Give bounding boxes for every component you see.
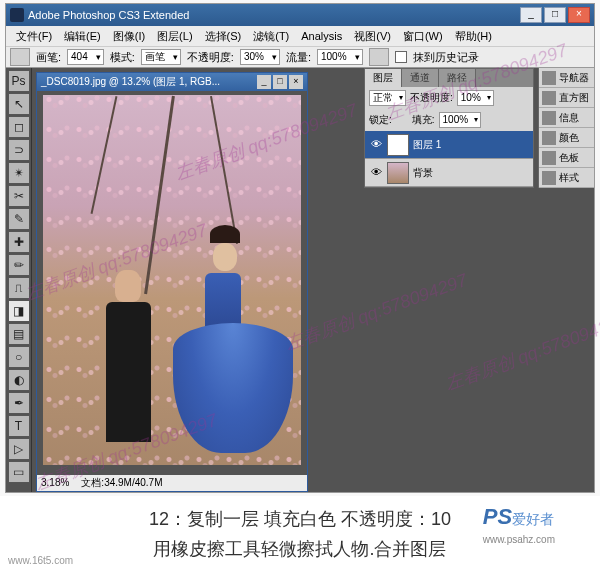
maximize-button[interactable]: □ <box>544 7 566 23</box>
document-window: _DSC8019.jpg @ 13.2% (图层 1, RGB... _ □ ×… <box>36 72 308 492</box>
blur-tool[interactable]: ○ <box>8 346 30 368</box>
side-swatch[interactable]: 色板 <box>539 148 594 168</box>
gradient-tool[interactable]: ▤ <box>8 323 30 345</box>
blend-mode[interactable]: 正常 <box>369 90 406 106</box>
side-navigator[interactable]: 导航器 <box>539 68 594 88</box>
side-style[interactable]: 样式 <box>539 168 594 188</box>
toolbox: Ps ↖ ◻ ⊃ ✴ ✂ ✎ ✚ ✏ ⎍ ◨ ▤ ○ ◐ ✒ T ▷ ▭ <box>6 68 32 492</box>
histogram-icon <box>542 91 556 105</box>
crop-tool[interactable]: ✂ <box>8 185 30 207</box>
tab-paths[interactable]: 路径 <box>439 69 476 87</box>
app-title: Adobe Photoshop CS3 Extended <box>28 9 189 21</box>
lock-label: 锁定: <box>369 113 392 127</box>
flow-dropdown[interactable]: 100% <box>317 49 363 65</box>
heal-tool[interactable]: ✚ <box>8 231 30 253</box>
doc-maximize[interactable]: □ <box>273 75 287 89</box>
ps-icon <box>10 8 24 22</box>
layer-name[interactable]: 背景 <box>413 166 433 180</box>
flow-label: 流量: <box>286 50 311 65</box>
eyedropper-tool[interactable]: ✎ <box>8 208 30 230</box>
color-icon <box>542 131 556 145</box>
title-bar: Adobe Photoshop CS3 Extended _ □ × <box>6 4 594 26</box>
menu-select[interactable]: 选择(S) <box>205 29 242 44</box>
erase-history-checkbox[interactable] <box>395 51 407 63</box>
layer-thumb[interactable] <box>387 162 409 184</box>
airbrush-icon[interactable] <box>369 48 389 66</box>
close-button[interactable]: × <box>568 7 590 23</box>
options-bar: 画笔: 404 模式: 画笔 不透明度: 30% 流量: 100% 抹到历史记录 <box>6 46 594 68</box>
photo-woman <box>173 255 293 465</box>
erase-history-label: 抹到历史记录 <box>413 50 479 65</box>
mode-dropdown[interactable]: 画笔 <box>141 49 181 65</box>
layer-opacity-label: 不透明度: <box>410 91 453 105</box>
layer-thumb[interactable] <box>387 134 409 156</box>
menu-layer[interactable]: 图层(L) <box>157 29 192 44</box>
doc-title: _DSC8019.jpg @ 13.2% (图层 1, RGB... <box>41 73 220 91</box>
site-url: www.16t5.com <box>8 555 73 566</box>
shape-tool[interactable]: ▭ <box>8 461 30 483</box>
menu-help[interactable]: 帮助(H) <box>455 29 492 44</box>
menu-image[interactable]: 图像(I) <box>113 29 145 44</box>
canvas[interactable] <box>43 95 301 465</box>
brush-label: 画笔: <box>36 50 61 65</box>
layer-opacity[interactable]: 10% <box>457 90 494 106</box>
layer-name[interactable]: 图层 1 <box>413 138 441 152</box>
photo-man <box>98 270 158 445</box>
side-color[interactable]: 颜色 <box>539 128 594 148</box>
menu-edit[interactable]: 编辑(E) <box>64 29 101 44</box>
style-icon <box>542 171 556 185</box>
path-tool[interactable]: ▷ <box>8 438 30 460</box>
doc-close[interactable]: × <box>289 75 303 89</box>
zoom-value[interactable]: 3.18% <box>41 475 69 491</box>
info-icon <box>542 111 556 125</box>
dodge-tool[interactable]: ◐ <box>8 369 30 391</box>
doc-minimize[interactable]: _ <box>257 75 271 89</box>
side-histogram[interactable]: 直方图 <box>539 88 594 108</box>
side-info[interactable]: 信息 <box>539 108 594 128</box>
layer-row-1[interactable]: 👁 图层 1 <box>365 131 533 159</box>
brush-size-dropdown[interactable]: 404 <box>67 49 104 65</box>
menu-file[interactable]: 文件(F) <box>16 29 52 44</box>
layer-row-bg[interactable]: 👁 背景 <box>365 159 533 187</box>
eraser-tool[interactable]: ◨ <box>8 300 30 322</box>
type-tool[interactable]: T <box>8 415 30 437</box>
menu-filter[interactable]: 滤镜(T) <box>253 29 289 44</box>
marquee-tool[interactable]: ◻ <box>8 116 30 138</box>
tab-channels[interactable]: 通道 <box>402 69 439 87</box>
pen-tool[interactable]: ✒ <box>8 392 30 414</box>
navigator-icon <box>542 71 556 85</box>
opacity-label: 不透明度: <box>187 50 234 65</box>
fill-label: 填充: <box>412 113 435 127</box>
minimize-button[interactable]: _ <box>520 7 542 23</box>
opacity-dropdown[interactable]: 30% <box>240 49 280 65</box>
doc-size: 文档:34.9M/40.7M <box>81 475 162 491</box>
menu-bar: 文件(F) 编辑(E) 图像(I) 图层(L) 选择(S) 滤镜(T) Anal… <box>6 26 594 46</box>
wand-tool[interactable]: ✴ <box>8 162 30 184</box>
menu-window[interactable]: 窗口(W) <box>403 29 443 44</box>
tool-preset-icon[interactable] <box>10 48 30 66</box>
swatch-icon <box>542 151 556 165</box>
brush-tool[interactable]: ✏ <box>8 254 30 276</box>
tab-layers[interactable]: 图层 <box>365 69 402 87</box>
mode-label: 模式: <box>110 50 135 65</box>
brand-logo: PS爱好者 www.psahz.com <box>483 504 555 546</box>
move-tool[interactable]: ↖ <box>8 93 30 115</box>
visibility-icon[interactable]: 👁 <box>369 138 383 152</box>
menu-view[interactable]: 视图(V) <box>354 29 391 44</box>
fill-value[interactable]: 100% <box>439 112 482 128</box>
panels-area: 图层 通道 路径 正常 不透明度: 10% 锁定: 填充: 100% <box>364 68 594 492</box>
menu-analysis[interactable]: Analysis <box>301 30 342 42</box>
ps-home-icon[interactable]: Ps <box>8 70 30 92</box>
lasso-tool[interactable]: ⊃ <box>8 139 30 161</box>
visibility-icon[interactable]: 👁 <box>369 166 383 180</box>
stamp-tool[interactable]: ⎍ <box>8 277 30 299</box>
